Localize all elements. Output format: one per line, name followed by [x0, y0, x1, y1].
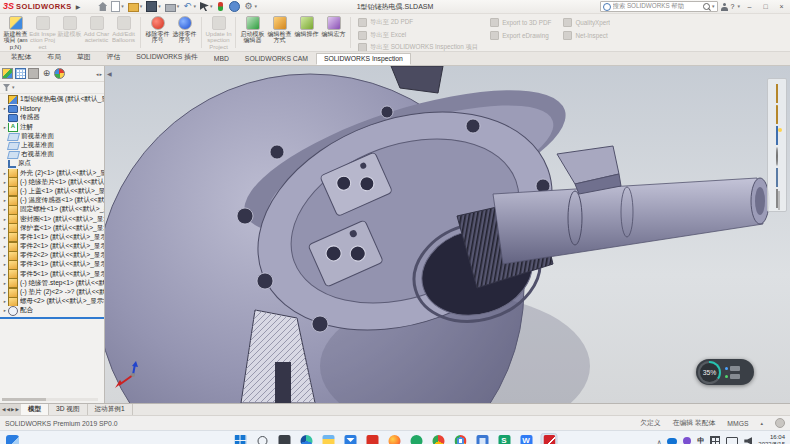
taskbar-firefox-button[interactable]	[387, 434, 402, 444]
task-pane-tab-design-library[interactable]	[776, 85, 778, 103]
restore-button[interactable]: □	[759, 1, 772, 12]
search-input[interactable]: 搜索 SOLIDWORKS 帮助 ▾	[600, 1, 718, 12]
new-document-button[interactable]: ▾	[110, 1, 125, 12]
solidworks-logo[interactable]: 3S SOLIDWORKS ▶	[0, 2, 83, 11]
tree-item[interactable]: ▸零件3<1> (默认<<默认>_显示状态-1>)	[0, 260, 104, 269]
tree-item[interactable]: 右视基准面	[0, 150, 104, 159]
menu-expand-arrow-icon[interactable]: ▶	[76, 3, 81, 10]
ribbon-button-select-balloons[interactable]: 选择零件序号	[171, 15, 198, 44]
help-caret-icon[interactable]: ▾	[737, 4, 740, 9]
taskbar-widgets-icon[interactable]	[6, 435, 19, 444]
taskbar-file-explorer-button[interactable]	[321, 434, 336, 444]
tree-item[interactable]: ▸(-) 垫片 (2)<2> ->? (默认<<默认>_显示状态-1>)	[0, 288, 104, 297]
ribbon-button-launch-template-editor[interactable]: 启动模板编辑器	[239, 15, 266, 44]
search-icon[interactable]	[703, 3, 710, 10]
ribbon-button-edit-inspection-methods[interactable]: 编辑检查方式	[266, 15, 293, 44]
panel-tab-configurationmanager[interactable]	[15, 68, 26, 79]
scrollbar-thumb[interactable]	[2, 398, 46, 401]
status-options-icon[interactable]	[775, 418, 785, 428]
recorder-control-2-icon[interactable]	[730, 374, 740, 379]
ribbon-button-edit-operations[interactable]: 编辑操作	[293, 15, 320, 37]
tree-item[interactable]: 上视基准面	[0, 141, 104, 150]
tree-item[interactable]: ▸(-) 绝缘管.step<1> (默认<<默认>_显示状态-1>)	[0, 279, 104, 288]
command-tab[interactable]: 装配体	[3, 50, 39, 65]
tab-scroll-next-icon[interactable]: ▶	[11, 407, 14, 412]
minimize-button[interactable]: –	[743, 1, 756, 12]
panel-tab-appearances-manager[interactable]	[54, 68, 65, 79]
tray-app-icon[interactable]	[683, 437, 691, 444]
panel-tabs-left-icon[interactable]: ◂	[96, 71, 99, 77]
filter-caret-icon[interactable]: ▾	[12, 85, 15, 90]
task-pane-tab-appearances-scenes[interactable]	[776, 148, 778, 166]
tree-item[interactable]: 原点	[0, 159, 104, 168]
ime-indicator[interactable]: 中	[697, 436, 704, 444]
options-button[interactable]: ▾	[243, 1, 258, 12]
tree-item[interactable]: ▸保护套<1> (默认<<默认>_显示状态-1>)	[0, 224, 104, 233]
help-button[interactable]: ?	[731, 3, 735, 10]
save-button[interactable]: ▾	[145, 1, 162, 12]
viewport-canvas[interactable]	[105, 66, 790, 403]
tree-item[interactable]: ▸外壳 (2)<1> (默认<<默认>_显示状态-1>)	[0, 169, 104, 178]
open-button[interactable]: ▾	[127, 1, 144, 12]
taskbar-app-green-button[interactable]	[409, 434, 424, 444]
command-tab[interactable]: SOLIDWORKS CAM	[237, 53, 316, 65]
display-tray-icon[interactable]	[726, 437, 738, 444]
search-caret-icon[interactable]: ▾	[712, 4, 715, 9]
task-pane-tab-custom-properties[interactable]	[776, 169, 778, 187]
task-pane-tab-file-explorer[interactable]	[776, 106, 778, 124]
taskbar-solidworks-button[interactable]	[541, 433, 558, 444]
tree-item[interactable]: ▸配合	[0, 306, 104, 315]
tree-item[interactable]: ▸History	[0, 104, 104, 113]
ribbon-button-remove-balloons[interactable]: 移除零件序号	[144, 15, 171, 44]
tree-item[interactable]: ▸固定螺栓<1> (默认<<默认>_显示状态-1>)	[0, 205, 104, 214]
taskbar-app-red-button[interactable]	[365, 434, 380, 444]
command-tab[interactable]: SOLIDWORKS 插件	[128, 50, 206, 65]
undo-button[interactable]: ▾	[182, 1, 197, 12]
model-tab[interactable]: 模型	[21, 404, 49, 415]
tree-item[interactable]: ▸(-) 绝缘垫片<1> (默认<<默认>_显示状态-1>)	[0, 178, 104, 187]
tree-item[interactable]: 1型铂铑热电偶 (默认<默认_显示状态-1>)	[0, 95, 104, 104]
panel-tabs-right-icon[interactable]: ▸	[99, 71, 102, 77]
home-button[interactable]	[97, 1, 108, 12]
login-account-icon[interactable]	[721, 3, 728, 11]
ribbon-button-new-inspection-project[interactable]: 新建检查项目 (amp;N)	[2, 15, 29, 50]
command-tab[interactable]: 布局	[39, 50, 69, 65]
taskbar-app-monitor-button[interactable]	[475, 434, 490, 444]
taskbar-app-dark-button[interactable]	[277, 434, 292, 444]
close-button[interactable]: ×	[775, 1, 788, 12]
tree-item[interactable]: ▸零件1<1> (默认<<默认>_显示状态-1>)	[0, 233, 104, 242]
screen-recorder-overlay[interactable]: 35%	[696, 359, 754, 385]
panel-tab-displaymanager[interactable]: ⊕	[41, 68, 52, 79]
onedrive-icon[interactable]	[667, 438, 677, 444]
tree-item[interactable]: ▸零件2<2> (默认<<默认>_显示状态-1>)	[0, 251, 104, 260]
taskbar-wps-button[interactable]: W	[519, 434, 534, 444]
tree-splitter[interactable]	[0, 317, 104, 319]
volume-icon[interactable]	[744, 437, 752, 444]
print-button[interactable]: ▾	[164, 1, 181, 12]
tree-item[interactable]: ▸A注解	[0, 123, 104, 132]
ime-mode-icon[interactable]	[710, 436, 720, 444]
tree-item[interactable]: ▸零件5<1> (默认<<默认>_显示状态-1>)	[0, 270, 104, 279]
tray-chevron-up-icon[interactable]: ∧	[657, 438, 661, 444]
taskbar-start-button[interactable]	[233, 434, 248, 444]
command-tab[interactable]: 草图	[69, 50, 99, 65]
graphics-viewport[interactable]: ◀	[105, 66, 790, 403]
task-pane-tab-document-recovery[interactable]	[776, 190, 778, 208]
model-tab[interactable]: 3D 视图	[49, 404, 87, 415]
display-settings-button[interactable]	[228, 1, 241, 12]
taskbar-app-colorful-button[interactable]	[431, 434, 446, 444]
tab-scroll-last-icon[interactable]: ▶	[15, 407, 18, 412]
taskbar-chrome-button[interactable]	[453, 434, 468, 444]
taskbar-app-s-button[interactable]: S	[497, 434, 512, 444]
tab-scroll-first-icon[interactable]: ◀	[2, 407, 5, 412]
tree-item[interactable]: ▸零件2<1> (默认<<默认>_显示状态-1>)	[0, 242, 104, 251]
command-tab[interactable]: 评估	[99, 50, 129, 65]
units-caret-icon[interactable]: ▴	[760, 420, 763, 426]
model-tab[interactable]: 运动算例1	[88, 404, 133, 415]
task-pane-tab-view-palette[interactable]	[776, 127, 778, 145]
taskbar-edge-button[interactable]	[299, 434, 314, 444]
taskbar-clock[interactable]: 16:04 2022/8/15	[758, 434, 785, 444]
taskbar-mail-button[interactable]	[343, 434, 358, 444]
panel-tab-featuremanager-design-tree[interactable]	[2, 68, 13, 79]
tree-item[interactable]: ▸(-) 上盖<1> (默认<<默认>_显示状态-1>)	[0, 187, 104, 196]
